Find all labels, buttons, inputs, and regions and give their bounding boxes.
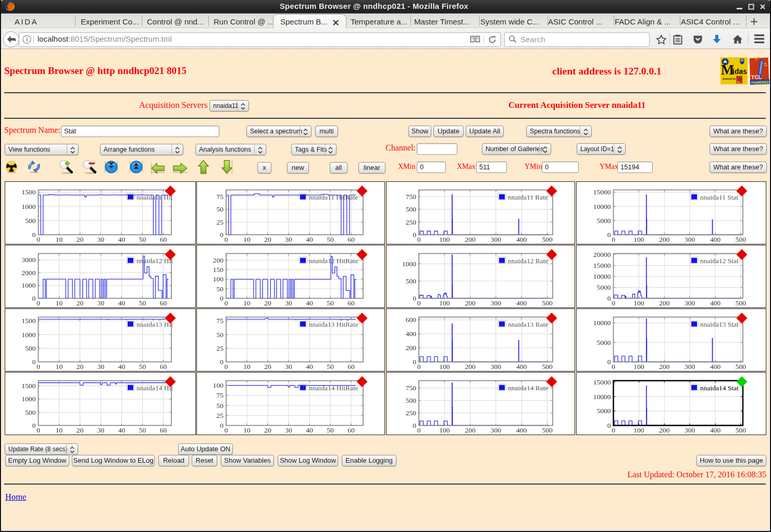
- svg-text:0: 0: [36, 236, 40, 243]
- svg-text:nnaida12 Stat: nnaida12 Stat: [700, 257, 739, 265]
- svg-text:400: 400: [516, 299, 527, 307]
- svg-text:100: 100: [213, 275, 224, 283]
- svg-text:60: 60: [347, 426, 355, 434]
- svg-text:0: 0: [413, 231, 416, 239]
- svg-text:nnaida12 Rate: nnaida12 Rate: [508, 257, 549, 265]
- svg-text:500: 500: [542, 426, 553, 434]
- svg-text:30: 30: [97, 426, 105, 434]
- svg-text:100: 100: [439, 299, 450, 307]
- svg-text:750: 750: [406, 193, 417, 201]
- svg-text:100: 100: [213, 381, 224, 389]
- svg-text:50: 50: [139, 299, 146, 307]
- svg-text:10: 10: [56, 363, 63, 370]
- svg-text:50: 50: [327, 236, 334, 243]
- svg-text:POWERED: POWERED: [751, 80, 769, 84]
- svg-text:0: 0: [220, 422, 223, 429]
- svg-text:5000: 5000: [597, 407, 611, 415]
- svg-text:200: 200: [465, 363, 476, 370]
- svg-text:TCL: TCL: [737, 81, 741, 83]
- svg-text:40: 40: [118, 363, 126, 370]
- svg-text:30: 30: [285, 236, 292, 243]
- svg-text:0: 0: [417, 426, 421, 434]
- svg-text:30: 30: [285, 363, 292, 370]
- svg-text:0: 0: [36, 299, 40, 307]
- svg-text:10: 10: [243, 299, 251, 307]
- svg-text:10: 10: [243, 363, 251, 370]
- svg-text:300: 300: [491, 363, 502, 370]
- svg-text:600: 600: [406, 316, 417, 324]
- svg-text:300: 300: [491, 236, 502, 243]
- svg-text:200: 200: [659, 426, 670, 434]
- svg-text:1500: 1500: [22, 382, 36, 390]
- svg-text:0: 0: [220, 358, 223, 366]
- svg-text:400: 400: [710, 426, 721, 434]
- svg-text:10: 10: [56, 236, 63, 243]
- svg-text:250: 250: [406, 409, 417, 417]
- svg-text:0: 0: [32, 422, 36, 429]
- svg-text:500: 500: [25, 409, 36, 416]
- svg-text:500: 500: [542, 299, 553, 307]
- svg-text:100: 100: [439, 236, 450, 243]
- svg-text:1000: 1000: [22, 395, 36, 403]
- svg-text:1000: 1000: [402, 260, 416, 268]
- svg-text:40: 40: [118, 236, 126, 243]
- svg-text:60: 60: [347, 363, 355, 370]
- svg-text:0: 0: [612, 426, 615, 434]
- svg-text:200: 200: [465, 236, 476, 243]
- svg-text:100: 100: [633, 299, 644, 307]
- svg-text:40: 40: [306, 236, 313, 243]
- svg-text:20: 20: [264, 363, 271, 370]
- svg-text:50: 50: [139, 363, 146, 370]
- svg-text:0: 0: [36, 363, 40, 370]
- svg-text:500: 500: [736, 236, 747, 243]
- svg-text:0: 0: [612, 363, 615, 370]
- svg-text:200: 200: [465, 299, 476, 307]
- svg-text:400: 400: [516, 426, 527, 434]
- svg-text:200: 200: [406, 344, 417, 352]
- svg-text:0: 0: [417, 363, 421, 370]
- svg-text:0: 0: [417, 236, 421, 243]
- svg-text:10000: 10000: [593, 393, 611, 401]
- svg-text:5000: 5000: [597, 283, 611, 291]
- svg-text:75: 75: [217, 391, 224, 399]
- svg-text:0: 0: [225, 363, 228, 370]
- svg-text:500: 500: [406, 277, 417, 285]
- svg-text:200: 200: [465, 426, 476, 434]
- svg-text:idas: idas: [732, 67, 747, 76]
- svg-text:50: 50: [139, 426, 146, 434]
- svg-text:0: 0: [36, 426, 40, 434]
- svg-text:1500: 1500: [22, 188, 36, 196]
- svg-text:1000: 1000: [22, 331, 36, 339]
- svg-text:400: 400: [710, 363, 721, 370]
- svg-text:15000: 15000: [593, 378, 611, 386]
- svg-text:100: 100: [633, 363, 644, 370]
- svg-text:300: 300: [491, 426, 502, 434]
- svg-text:0: 0: [225, 299, 228, 307]
- svg-text:20: 20: [264, 236, 271, 243]
- svg-text:500: 500: [542, 363, 553, 370]
- svg-text:20: 20: [264, 426, 271, 434]
- svg-text:3000: 3000: [22, 256, 36, 264]
- svg-text:nnaida13 Rate: nnaida13 Rate: [508, 320, 549, 328]
- svg-text:400: 400: [406, 330, 417, 338]
- svg-text:75: 75: [217, 193, 224, 201]
- svg-text:60: 60: [347, 299, 355, 307]
- svg-text:0: 0: [225, 236, 228, 243]
- svg-text:400: 400: [710, 299, 721, 307]
- svg-text:30: 30: [285, 299, 292, 307]
- svg-text:1000: 1000: [22, 281, 36, 289]
- svg-text:TCL: TCL: [751, 73, 762, 80]
- svg-text:10000: 10000: [593, 273, 611, 280]
- svg-text:150: 150: [213, 266, 224, 274]
- svg-text:500: 500: [542, 236, 553, 243]
- svg-text:60: 60: [160, 426, 167, 434]
- svg-text:40: 40: [118, 299, 126, 307]
- svg-text:10: 10: [56, 426, 63, 434]
- svg-text:20: 20: [77, 236, 84, 243]
- svg-text:100: 100: [439, 363, 450, 370]
- svg-text:0: 0: [32, 294, 36, 302]
- svg-text:500: 500: [736, 426, 747, 434]
- svg-text:100: 100: [633, 426, 644, 434]
- svg-text:nnaida13 Stat: nnaida13 Stat: [700, 320, 739, 328]
- svg-text:0: 0: [32, 231, 36, 239]
